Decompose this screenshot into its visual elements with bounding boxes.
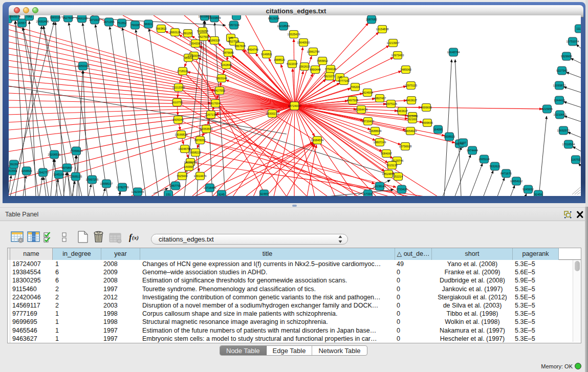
svg-text:9699695: 9699695: [421, 106, 432, 109]
svg-text:9777169: 9777169: [338, 79, 350, 82]
svg-text:15751074: 15751074: [567, 40, 579, 43]
svg-text:10961758: 10961758: [307, 50, 320, 53]
svg-text:16120746: 16120746: [391, 159, 404, 162]
svg-text:16210643: 16210643: [554, 113, 567, 116]
svg-text:16046788: 16046788: [179, 147, 191, 150]
svg-text:6497508: 6497508: [347, 99, 358, 102]
svg-text:9146821: 9146821: [261, 53, 272, 56]
svg-text:7485063: 7485063: [400, 68, 411, 71]
svg-text:6794028: 6794028: [325, 68, 336, 71]
svg-text:10543382: 10543382: [189, 42, 202, 45]
svg-text:1527602: 1527602: [62, 16, 74, 19]
svg-text:15692971: 15692971: [557, 129, 570, 132]
svg-text:8813054: 8813054: [268, 17, 279, 20]
svg-text:12975115: 12975115: [405, 84, 417, 87]
svg-text:16914479: 16914479: [194, 174, 207, 178]
svg-text:8215955: 8215955: [541, 107, 553, 111]
svg-text:3624554: 3624554: [362, 91, 373, 94]
svg-text:16782759: 16782759: [116, 186, 129, 189]
svg-text:1112: 1112: [576, 27, 581, 30]
svg-text:20206536: 20206536: [48, 153, 61, 156]
svg-text:417004: 417004: [211, 102, 221, 105]
svg-text:1605349: 1605349: [172, 118, 184, 121]
svg-text:17334: 17334: [364, 192, 372, 195]
svg-text:20691406: 20691406: [36, 20, 49, 23]
svg-text:19166829: 19166829: [175, 133, 188, 136]
svg-text:5226058: 5226058: [197, 30, 208, 33]
svg-text:245: 245: [337, 76, 342, 79]
svg-text:9245: 9245: [219, 193, 225, 196]
svg-text:98903: 98903: [184, 56, 192, 59]
svg-text:9084067: 9084067: [381, 152, 392, 155]
svg-text:151: 151: [166, 193, 170, 196]
svg-text:1588520: 1588520: [274, 58, 285, 61]
svg-text:1610755: 1610755: [171, 101, 183, 104]
svg-text:14136141: 14136141: [374, 185, 386, 188]
svg-text:39159: 39159: [10, 163, 18, 166]
svg-text:5698222: 5698222: [190, 151, 201, 154]
svg-text:10807487: 10807487: [374, 97, 386, 100]
svg-text:12923446: 12923446: [132, 190, 144, 193]
svg-text:1453561: 1453561: [9, 169, 17, 172]
svg-text:7632621: 7632621: [489, 165, 500, 168]
svg-text:1562615: 1562615: [299, 65, 310, 68]
svg-text:1615132: 1615132: [386, 164, 398, 167]
svg-text:2718120: 2718120: [177, 70, 188, 73]
svg-text:12213389: 12213389: [172, 86, 185, 89]
svg-text:2087682: 2087682: [366, 18, 377, 21]
svg-text:3875685: 3875685: [223, 51, 234, 54]
svg-text:6466160: 6466160: [76, 17, 88, 20]
svg-text:7663822: 7663822: [156, 27, 167, 30]
svg-text:15716485: 15716485: [204, 186, 216, 189]
svg-text:8454749: 8454749: [247, 48, 258, 51]
svg-text:1733426: 1733426: [396, 188, 407, 191]
svg-text:8878352: 8878352: [194, 139, 206, 142]
svg-text:5938923: 5938923: [444, 135, 455, 138]
svg-text:13325419: 13325419: [288, 33, 300, 36]
svg-text:12942757: 12942757: [37, 171, 50, 174]
svg-text:2867608: 2867608: [234, 45, 246, 48]
svg-text:76638: 76638: [131, 24, 139, 27]
svg-text:18724007: 18724007: [288, 104, 301, 107]
svg-text:12093872: 12093872: [553, 84, 566, 87]
svg-text:164095: 164095: [433, 128, 443, 131]
svg-text:92456: 92456: [534, 193, 542, 196]
svg-text:3267130: 3267130: [205, 113, 216, 116]
svg-text:(x): (x): [132, 234, 139, 241]
svg-text:12505135: 12505135: [70, 175, 82, 178]
svg-text:92455: 92455: [260, 192, 268, 195]
svg-text:751552: 751552: [117, 21, 127, 25]
svg-text:7061: 7061: [26, 15, 32, 18]
svg-text:2935114: 2935114: [478, 158, 489, 161]
svg-text:546: 546: [228, 36, 233, 39]
svg-text:1071915: 1071915: [89, 18, 100, 21]
svg-text:8890448: 8890448: [310, 68, 321, 71]
svg-text:7955812: 7955812: [317, 59, 328, 62]
svg-text:18807249: 18807249: [374, 141, 386, 144]
svg-text:891295: 891295: [183, 32, 193, 35]
svg-text:746206: 746206: [351, 85, 360, 89]
svg-text:19384554: 19384554: [311, 139, 324, 142]
svg-text:9457791: 9457791: [170, 184, 181, 187]
svg-text:25300213: 25300213: [266, 112, 279, 115]
svg-text:1156829: 1156829: [21, 169, 32, 172]
svg-text:17359924: 17359924: [70, 149, 83, 152]
svg-text:9660123: 9660123: [169, 31, 181, 34]
svg-text:9242848: 9242848: [221, 63, 232, 67]
svg-text:8186328: 8186328: [209, 39, 220, 42]
svg-text:62160: 62160: [408, 118, 417, 121]
svg-text:5322037: 5322037: [287, 62, 298, 65]
svg-text:16648784: 16648784: [447, 51, 460, 54]
svg-text:10688609: 10688609: [369, 129, 382, 133]
svg-text:19218586: 19218586: [277, 25, 290, 28]
svg-text:10958107: 10958107: [100, 182, 113, 185]
svg-text:9474444: 9474444: [467, 149, 478, 152]
svg-text:10654112: 10654112: [510, 180, 522, 183]
svg-text:18720407: 18720407: [362, 120, 375, 123]
svg-text:12213967: 12213967: [387, 41, 400, 45]
svg-text:1244413: 1244413: [554, 99, 565, 102]
svg-text:16154838: 16154838: [376, 28, 389, 31]
svg-text:96601: 96601: [144, 23, 153, 26]
svg-text:9975867: 9975867: [61, 166, 73, 169]
svg-text:7625402: 7625402: [177, 174, 188, 178]
